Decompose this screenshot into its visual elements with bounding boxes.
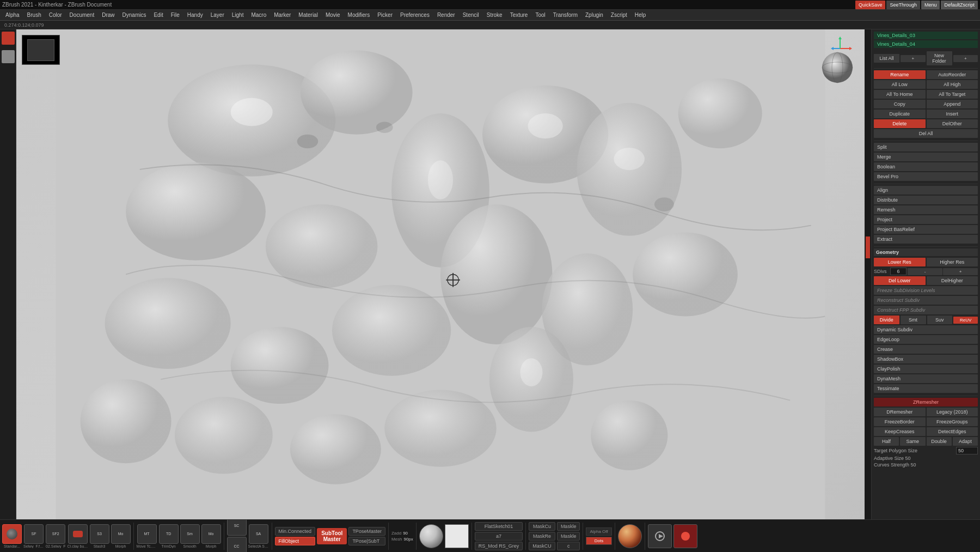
new-folder-button[interactable]: New Folder	[927, 51, 952, 65]
clay-polish-button[interactable]: ClayPolish	[874, 365, 978, 373]
edge-loop-button[interactable]: EdgeLoop	[874, 335, 978, 344]
project-button[interactable]: Project	[874, 215, 978, 224]
scroll-thumb[interactable]	[866, 236, 870, 258]
seethrough-button[interactable]: SeeThrough	[886, 1, 920, 9]
subtool-item-2[interactable]: Vines_Details_04	[874, 40, 978, 48]
boolean-button[interactable]: Boolean	[874, 162, 978, 171]
freeze-groups-button[interactable]: FreezeGroups	[927, 417, 978, 426]
duplicate-button[interactable]: Duplicate	[874, 110, 926, 118]
split-button[interactable]: Split	[874, 143, 978, 151]
menu-layer[interactable]: Layer	[207, 11, 228, 19]
slicecu-icon[interactable]: SC	[227, 519, 247, 536]
tpose-master-btn[interactable]: TPoseMaster	[348, 527, 385, 536]
maskcu2-btn[interactable]: MaskCU	[529, 542, 555, 550]
maskre-btn[interactable]: MaskRe	[529, 532, 555, 541]
smooth-icon[interactable]: Sm	[180, 524, 200, 544]
menu-stroke[interactable]: Stroke	[483, 11, 506, 19]
menu-zplugin[interactable]: Zplugin	[582, 11, 607, 19]
list-all-plus[interactable]: +	[901, 55, 925, 62]
target-poly-input[interactable]	[956, 447, 978, 454]
zremesher-header-button[interactable]: ZRemesher	[874, 398, 978, 407]
menu-texture[interactable]: Texture	[507, 11, 531, 19]
rsmod-btn[interactable]: RS_Mod RS_Grey	[475, 542, 523, 550]
same-button[interactable]: Same	[900, 437, 925, 446]
selecta-icon[interactable]: SA	[249, 524, 268, 544]
maskcu-btn[interactable]: MaskCu	[529, 522, 555, 531]
morph2-icon[interactable]: Mo	[201, 524, 221, 544]
freeze-border-button[interactable]: FreezeBorder	[874, 417, 926, 426]
project-basrelief-button[interactable]: Project BasRelief	[874, 225, 978, 234]
menu-tool[interactable]: Tool	[532, 11, 548, 19]
reconstruct-subdiv-button[interactable]: Reconstruct Subdiv	[874, 296, 978, 305]
menu-draw[interactable]: Draw	[99, 11, 118, 19]
flatsketch-btn[interactable]: FlatSketch01	[475, 522, 523, 531]
del-all-button[interactable]: Del All	[874, 129, 978, 138]
menu-alpha[interactable]: Alpha	[2, 11, 23, 19]
distribute-button[interactable]: Distribute	[874, 196, 978, 204]
smt-button[interactable]: Smt	[901, 316, 926, 324]
all-low-button[interactable]: All Low	[874, 80, 926, 89]
menu-light[interactable]: Light	[229, 11, 247, 19]
list-all-button[interactable]: List All	[874, 54, 899, 63]
morph-icon[interactable]: Mo	[111, 524, 131, 544]
remesh-button[interactable]: Remesh	[874, 205, 978, 214]
menu-brush[interactable]: Brush	[24, 11, 45, 19]
insert-button[interactable]: Insert	[927, 110, 978, 118]
bevel-pro-button[interactable]: Bevel Pro	[874, 172, 978, 181]
dots-btn[interactable]: Dots	[586, 537, 611, 545]
higher-res-button[interactable]: Higher Res	[927, 258, 978, 266]
menu-render[interactable]: Render	[434, 11, 458, 19]
all-high-button[interactable]: All High	[927, 80, 978, 89]
selwy-ffolds-02-icon[interactable]: SF2	[46, 524, 65, 544]
canvas-scrollbar[interactable]	[865, 29, 871, 519]
del-lower-button[interactable]: Del Lower	[874, 276, 926, 285]
default-zscript-button[interactable]: DefaultZscript	[941, 1, 978, 9]
clipcu-icon[interactable]: CC	[227, 537, 247, 553]
dynamic-subdiv-button[interactable]: Dynamic Subdiv	[874, 325, 978, 334]
menu-preferences[interactable]: Preferences	[397, 11, 433, 19]
left-tool-2[interactable]	[2, 50, 15, 63]
standard-brush-icon[interactable]	[2, 524, 22, 544]
smokemask-btn[interactable]: Maskle	[557, 522, 580, 531]
freeze-subdiv-button[interactable]: Freeze SubDivision Levels	[874, 286, 978, 295]
smokemask2-btn[interactable]: Maskle	[557, 532, 580, 541]
render-button[interactable]	[648, 524, 672, 548]
menu-dynamics[interactable]: Dynamics	[119, 11, 150, 19]
subtool-master-btn[interactable]: SubToolMaster	[317, 528, 347, 544]
subtool-item-1[interactable]: Vines_Details_03	[874, 32, 978, 39]
stash3-icon[interactable]: S3	[90, 524, 109, 544]
menu-picker[interactable]: Picker	[374, 11, 396, 19]
del-other-button[interactable]: DelOther	[927, 119, 978, 128]
menu-material[interactable]: Material	[295, 11, 321, 19]
trimdyn-icon[interactable]: TD	[159, 524, 179, 544]
append-button[interactable]: Append	[927, 100, 978, 108]
menu-transform[interactable]: Transform	[550, 11, 581, 19]
left-tool-1[interactable]	[2, 32, 15, 45]
merge-button[interactable]: Merge	[874, 153, 978, 161]
menu-macro[interactable]: Macro	[248, 11, 270, 19]
menu-movie[interactable]: Movie	[322, 11, 344, 19]
sdiv-higher[interactable]: +	[943, 268, 978, 275]
menu-modifiers[interactable]: Modifiers	[345, 11, 373, 19]
menu-zscript[interactable]: Zscript	[608, 11, 630, 19]
autoreorder-button[interactable]: AutoReorder	[927, 70, 978, 79]
crease-button[interactable]: Crease	[874, 345, 978, 354]
align-button[interactable]: Align	[874, 186, 978, 195]
fill-object-btn[interactable]: FillObject	[275, 537, 316, 545]
flat-color-swatch[interactable]	[445, 524, 469, 548]
all-to-target-button[interactable]: All To Target	[927, 90, 978, 99]
canvas-area[interactable]	[16, 29, 865, 519]
lower-res-button[interactable]: Lower Res	[874, 258, 926, 266]
suv-button[interactable]: Suv	[927, 316, 953, 324]
adapt-button[interactable]: Adapt	[953, 437, 978, 446]
color-sphere[interactable]	[618, 524, 642, 548]
keep-creases-button[interactable]: KeepCreases	[874, 427, 926, 436]
rename-button[interactable]: Rename	[874, 70, 926, 79]
legacy-2018-button[interactable]: Legacy (2018)	[927, 408, 978, 416]
menu-file[interactable]: File	[168, 11, 183, 19]
quicksave-button[interactable]: QuickSave	[855, 1, 886, 9]
divide-button[interactable]: Divide	[874, 316, 899, 324]
material-sphere[interactable]	[419, 524, 443, 548]
a7-btn[interactable]: a7	[475, 532, 523, 541]
menu-edit[interactable]: Edit	[150, 11, 166, 19]
